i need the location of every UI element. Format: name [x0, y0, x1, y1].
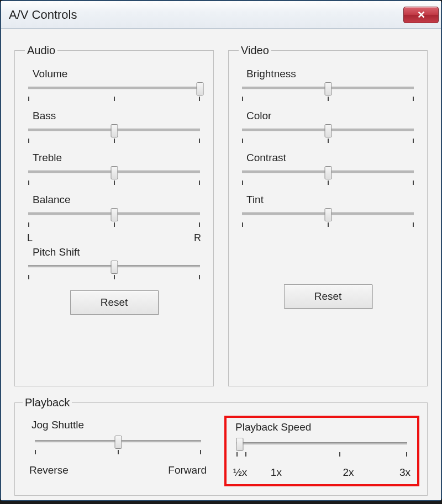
pitch-label: Pitch Shift — [33, 246, 203, 258]
speed-tick-2: 2x — [343, 466, 354, 479]
bass-block: Bass — [25, 110, 203, 146]
balance-left-label: L — [27, 232, 33, 244]
speed-thumb[interactable] — [236, 438, 244, 451]
pitch-slider[interactable] — [28, 261, 200, 283]
close-icon: ✕ — [417, 9, 425, 21]
audio-group: Audio Volume Bass — [14, 44, 214, 386]
av-controls-window: A/V Controls ✕ Audio Volume Bass — [0, 0, 442, 501]
jog-thumb[interactable] — [114, 436, 122, 449]
tint-thumb[interactable] — [324, 208, 332, 221]
playback-group: Playback Jog Shuttle Reverse Forward — [14, 396, 428, 496]
color-slider[interactable] — [242, 124, 414, 146]
speed-slider[interactable] — [236, 438, 407, 460]
video-legend: Video — [239, 44, 271, 57]
balance-block: Balance L R — [25, 194, 203, 244]
brightness-label: Brightness — [246, 68, 417, 80]
contrast-thumb[interactable] — [324, 166, 332, 179]
tint-label: Tint — [246, 194, 417, 206]
bass-thumb[interactable] — [110, 124, 118, 137]
volume-label: Volume — [33, 68, 203, 80]
balance-label: Balance — [33, 194, 203, 206]
color-label: Color — [246, 110, 417, 122]
pitch-thumb[interactable] — [110, 261, 118, 274]
contrast-slider[interactable] — [242, 166, 414, 188]
color-block: Color — [239, 110, 417, 146]
playback-legend: Playback — [23, 396, 72, 409]
treble-thumb[interactable] — [110, 166, 118, 179]
speed-tick-3: 3x — [399, 466, 411, 479]
video-group: Video Brightness Color — [228, 44, 428, 386]
balance-thumb[interactable] — [110, 208, 118, 221]
tint-slider[interactable] — [242, 208, 414, 230]
treble-label: Treble — [33, 152, 203, 164]
client-area: Audio Volume Bass — [1, 29, 441, 500]
close-button[interactable]: ✕ — [403, 7, 439, 23]
treble-slider[interactable] — [28, 166, 200, 188]
balance-slider[interactable] — [28, 208, 200, 230]
brightness-block: Brightness — [239, 68, 417, 104]
speed-tick-1: 1x — [271, 466, 282, 479]
audio-legend: Audio — [25, 44, 57, 57]
speed-label: Playback Speed — [235, 421, 411, 433]
jog-forward-label: Forward — [168, 464, 207, 476]
contrast-block: Contrast — [239, 152, 417, 188]
volume-block: Volume — [25, 68, 203, 104]
volume-slider[interactable] — [28, 82, 200, 104]
bass-slider[interactable] — [28, 124, 200, 146]
treble-block: Treble — [25, 152, 203, 188]
balance-right-label: R — [194, 232, 201, 244]
audio-reset-button[interactable]: Reset — [70, 290, 159, 315]
video-reset-button[interactable]: Reset — [284, 284, 372, 309]
speed-tick-0: ½x — [233, 466, 247, 479]
bass-label: Bass — [33, 110, 203, 122]
brightness-thumb[interactable] — [324, 82, 332, 96]
pitch-block: Pitch Shift — [25, 246, 203, 283]
window-title: A/V Controls — [9, 8, 77, 22]
playback-speed-block: Playback Speed ½x — [224, 416, 419, 486]
tint-block: Tint — [239, 194, 417, 230]
jog-reverse-label: Reverse — [29, 464, 69, 476]
jog-label: Jog Shuttle — [31, 419, 207, 431]
color-thumb[interactable] — [324, 124, 332, 137]
jog-slider[interactable] — [35, 436, 201, 458]
jog-shuttle-block: Jog Shuttle Reverse Forward — [23, 416, 213, 486]
titlebar[interactable]: A/V Controls ✕ — [1, 1, 441, 29]
brightness-slider[interactable] — [242, 82, 414, 104]
contrast-label: Contrast — [246, 152, 417, 164]
volume-thumb[interactable] — [197, 82, 204, 96]
